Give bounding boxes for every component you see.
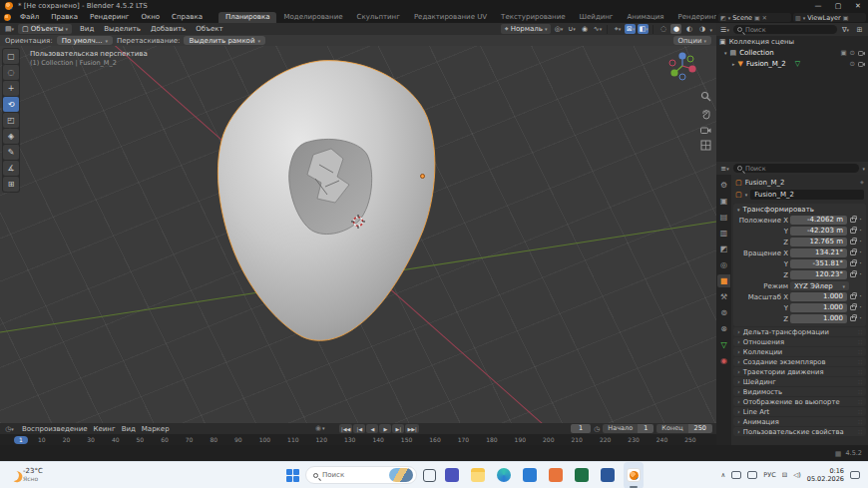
- tab-tool[interactable]: ⚙: [717, 179, 730, 192]
- timeline-editor-icon[interactable]: [4, 424, 15, 434]
- pan-view-icon[interactable]: [699, 108, 712, 121]
- zoom-view-icon[interactable]: [699, 90, 712, 103]
- outliner-display-mode-icon[interactable]: ☰: [719, 25, 730, 35]
- properties-section[interactable]: Отношения: [733, 337, 866, 346]
- timeline-menu-item[interactable]: Вид: [119, 425, 139, 433]
- frame-start-field[interactable]: Начало 1: [603, 424, 653, 433]
- add-primitive-tool[interactable]: ⊞: [3, 177, 19, 192]
- properties-editor-icon[interactable]: ≡: [719, 164, 730, 174]
- transport-button[interactable]: |◀: [353, 424, 365, 433]
- lock-icon[interactable]: [850, 272, 856, 277]
- tab-scene[interactable]: ◩: [717, 243, 730, 255]
- notification-center-icon[interactable]: [850, 471, 860, 479]
- shading-rendered-icon[interactable]: ◑: [696, 24, 707, 34]
- tray-chevron-up-icon[interactable]: ∧: [721, 471, 726, 479]
- field-value[interactable]: -42.203 m: [790, 227, 847, 236]
- camera-view-icon[interactable]: [699, 124, 712, 137]
- field-value[interactable]: -351.81°: [790, 259, 847, 268]
- transport-button[interactable]: ▶|: [392, 424, 404, 433]
- properties-section[interactable]: Коллекции: [733, 347, 866, 356]
- current-frame-field[interactable]: 1: [571, 424, 591, 433]
- taskbar-app-explorer[interactable]: [468, 462, 488, 488]
- mesh-object-fusion[interactable]: [210, 55, 454, 349]
- properties-section[interactable]: Line Art: [733, 407, 866, 416]
- cursor-tool[interactable]: ◌: [3, 65, 19, 80]
- hide-eye-icon[interactable]: ⊙: [850, 60, 855, 68]
- scale-tool[interactable]: ◰: [3, 113, 19, 128]
- properties-section[interactable]: Дельта-трансформации: [733, 327, 866, 336]
- menu-item[interactable]: Файл: [14, 12, 45, 23]
- transport-button[interactable]: ◀: [366, 424, 378, 433]
- transport-button[interactable]: ▶▶|: [405, 424, 418, 433]
- lock-icon[interactable]: [850, 250, 856, 255]
- properties-options-icon[interactable]: [862, 164, 865, 173]
- proportional-edit-icon[interactable]: ◉: [579, 24, 590, 34]
- workspace-tab[interactable]: Анимация: [621, 12, 671, 23]
- lock-icon[interactable]: [850, 305, 856, 310]
- snap-magnet-icon[interactable]: ∪: [566, 24, 577, 34]
- lock-icon[interactable]: [850, 240, 856, 244]
- network-icon[interactable]: ⊟: [782, 471, 787, 479]
- weather-widget[interactable]: -23°C Ясно: [0, 467, 120, 483]
- language-indicator[interactable]: РУС: [763, 471, 775, 479]
- properties-section[interactable]: Создание экземпляров: [733, 357, 866, 366]
- volume-icon[interactable]: ◁): [793, 471, 801, 479]
- rotate-tool[interactable]: ⟲: [3, 97, 19, 112]
- taskbar-app-teams[interactable]: [442, 462, 462, 488]
- show-gizmo-icon[interactable]: ⌖: [612, 24, 623, 34]
- outliner-row-collection[interactable]: ▤ Collection ▣ ⊙: [716, 47, 868, 58]
- end-value[interactable]: 250: [688, 424, 712, 433]
- lock-icon[interactable]: [850, 261, 856, 266]
- properties-search-input[interactable]: [745, 165, 855, 173]
- pivot-point-icon[interactable]: ◎: [553, 24, 564, 34]
- pin-icon[interactable]: ⌖: [860, 179, 864, 187]
- outliner-search[interactable]: [733, 25, 837, 34]
- scene-selector[interactable]: ◩ Scene ▣ ✕: [718, 13, 791, 22]
- filter-icon[interactable]: ∇: [840, 25, 851, 35]
- menu-item[interactable]: Окно: [135, 12, 166, 23]
- tab-render[interactable]: ▣: [717, 195, 730, 208]
- search-highlight-image[interactable]: [389, 468, 413, 482]
- exclude-checkbox-icon[interactable]: ▣: [840, 49, 846, 57]
- annotate-tool[interactable]: ✎: [3, 145, 19, 160]
- animate-dot-icon[interactable]: [858, 261, 863, 266]
- lock-icon[interactable]: [850, 294, 856, 299]
- lock-icon[interactable]: [850, 218, 856, 223]
- viewport-menu-item[interactable]: Выделить: [99, 25, 146, 33]
- timeline-menu-item[interactable]: Воспроизведение: [19, 425, 91, 433]
- shading-material-icon[interactable]: ◐: [683, 24, 694, 34]
- timeline-menu-item[interactable]: Кеинг: [91, 425, 119, 433]
- viewport-menu-item[interactable]: Объект: [191, 25, 227, 33]
- field-value[interactable]: 1.000: [790, 303, 847, 312]
- workspace-tab[interactable]: Скульптинг: [350, 12, 407, 23]
- properties-section[interactable]: Пользовательские свойства: [733, 427, 866, 436]
- expand-icon[interactable]: [724, 49, 727, 57]
- drag-setting-dropdown[interactable]: Выделить рамкой: [184, 36, 265, 45]
- start-button[interactable]: [286, 469, 299, 482]
- shading-solid-icon[interactable]: ●: [670, 24, 681, 34]
- lock-icon[interactable]: [850, 316, 856, 321]
- field-value[interactable]: 1.000: [790, 292, 847, 301]
- timeline-menu-item[interactable]: Маркер: [139, 425, 173, 433]
- workspace-tab[interactable]: Моделирование: [276, 12, 349, 23]
- transport-button[interactable]: ▶: [379, 424, 391, 433]
- animate-dot-icon[interactable]: [858, 305, 863, 310]
- field-value[interactable]: 12.765 m: [790, 238, 847, 246]
- clock-date-widget[interactable]: 0:16 05.02.2026: [807, 467, 844, 483]
- timeline-ruler[interactable]: 1 10203040506070809010011012013014015016…: [0, 434, 716, 445]
- disable-render-camera-icon[interactable]: [858, 61, 865, 67]
- viewport-menu-item[interactable]: Добавить: [146, 25, 191, 33]
- new-viewlayer-icon[interactable]: ▣: [843, 14, 849, 21]
- taskbar-search-input[interactable]: [322, 471, 380, 479]
- outliner-row-scene-collection[interactable]: ▣ Коллекция сцены: [716, 36, 868, 47]
- move-tool[interactable]: +: [3, 81, 19, 96]
- animate-dot-icon[interactable]: [858, 250, 863, 255]
- menu-item[interactable]: Справка: [166, 12, 209, 23]
- disable-render-camera-icon[interactable]: [858, 50, 865, 56]
- minimize-button[interactable]: —: [808, 0, 828, 12]
- taskbar-app-edge[interactable]: [494, 462, 514, 488]
- select-box-tool[interactable]: ▢: [3, 49, 19, 64]
- taskbar-app-word[interactable]: [598, 462, 618, 488]
- tab-output[interactable]: ▤: [717, 211, 730, 224]
- orientation-dropdown[interactable]: ⌖ Нормаль: [501, 24, 552, 34]
